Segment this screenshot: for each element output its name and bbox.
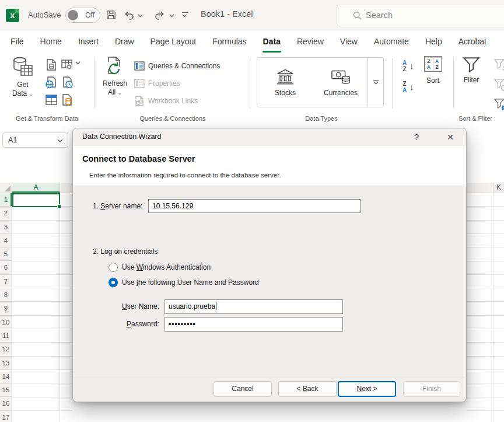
row-header-14[interactable]: 14 — [0, 370, 12, 383]
dialog-header: Connect to Database Server Enter the inf… — [73, 146, 466, 186]
search-placeholder: Search — [366, 11, 393, 20]
tab-page-layout[interactable]: Page Layout — [142, 31, 205, 54]
workbook-links-button: Workbook Links — [134, 95, 198, 107]
name-box-dropdown-icon[interactable] — [57, 139, 63, 143]
excel-logo-icon[interactable]: x — [6, 9, 19, 22]
currencies-button[interactable]: Currencies — [313, 58, 368, 107]
userpass-label[interactable]: Use the following User Name and Password — [122, 278, 259, 287]
tab-help[interactable]: Help — [417, 31, 450, 54]
row-header-12[interactable]: 12 — [0, 343, 12, 356]
data-connection-wizard-dialog: Data Connection Wizard ? ✕ Connect to Da… — [72, 128, 467, 402]
name-box[interactable]: A1 — [2, 132, 68, 148]
userpass-radio[interactable] — [108, 278, 118, 287]
tab-review[interactable]: Review — [289, 31, 332, 54]
grid-column-b-partial[interactable] — [60, 193, 72, 422]
ribbon-tab-bar: FileHomeInsertDrawPage LayoutFormulasDat… — [0, 31, 504, 54]
server-name-input[interactable]: 10.15.56.129 — [148, 199, 360, 213]
tab-file[interactable]: File — [2, 31, 32, 54]
grid-column-a[interactable] — [12, 193, 60, 422]
undo-icon[interactable] — [123, 9, 135, 21]
tab-insert[interactable]: Insert — [70, 31, 107, 54]
group-label-queries-connections: Queries & Connections — [96, 115, 249, 122]
fill-handle[interactable] — [57, 204, 61, 208]
sort-button[interactable]: ZA AZ Sort — [419, 56, 446, 85]
row-header-2[interactable]: 2 — [0, 207, 12, 220]
get-data-button[interactable]: Get Data ⌄ — [5, 56, 41, 99]
quick-access-more-icon[interactable] — [182, 12, 188, 18]
existing-connections-icon[interactable] — [61, 93, 74, 106]
back-button[interactable]: < Back — [278, 381, 337, 397]
row-header-10[interactable]: 10 — [0, 316, 12, 329]
from-picture-dropdown-icon[interactable] — [75, 61, 80, 65]
row-header-8[interactable]: 8 — [0, 288, 12, 302]
queries-connections-button[interactable]: Queries & Connections — [134, 60, 220, 72]
redo-icon[interactable] — [154, 9, 166, 21]
tab-data[interactable]: Data — [255, 31, 289, 54]
column-header-k[interactable]: K — [494, 183, 504, 193]
row-header-11[interactable]: 11 — [0, 329, 12, 343]
group-label-data-types: Data Types — [251, 115, 392, 122]
row-header-6[interactable]: 6 — [0, 261, 12, 274]
tab-automate[interactable]: Automate — [366, 31, 417, 54]
password-input[interactable]: ••••••••• — [164, 317, 343, 332]
row-header-5[interactable]: 5 — [0, 247, 12, 261]
sort-descending-button[interactable]: ZA↓ — [401, 81, 418, 97]
row-header-17[interactable]: 17 — [0, 411, 12, 422]
dialog-title-bar[interactable]: Data Connection Wizard ? ✕ — [73, 128, 466, 146]
autosave-toggle[interactable]: Off — [65, 8, 100, 23]
select-all-button[interactable] — [0, 183, 12, 193]
workbook-links-icon — [134, 96, 145, 106]
data-types-more-button[interactable] — [368, 58, 383, 107]
dialog-help-button[interactable]: ? — [410, 131, 423, 144]
username-input[interactable]: usuario.prueba — [164, 299, 343, 314]
next-button[interactable]: Next > — [338, 381, 396, 397]
filter-icon — [463, 56, 480, 74]
recent-sources-icon[interactable] — [61, 76, 74, 89]
cancel-button[interactable]: Cancel — [214, 381, 272, 397]
from-text-csv-icon[interactable] — [45, 58, 58, 71]
search-icon — [352, 11, 362, 20]
tab-acrobat[interactable]: Acrobat — [450, 31, 495, 54]
tab-home[interactable]: Home — [32, 31, 70, 54]
group-label-get-transform: Get & Transform Data — [0, 115, 94, 122]
row-header-15[interactable]: 15 — [0, 383, 12, 397]
stocks-button[interactable]: Stocks — [257, 58, 313, 107]
autosave-label: AutoSave — [28, 11, 61, 19]
row-header-9[interactable]: 9 — [0, 302, 12, 315]
from-picture-icon[interactable] — [61, 58, 74, 71]
search-box[interactable]: Search — [337, 5, 504, 26]
undo-dropdown-icon[interactable] — [138, 14, 143, 18]
filter-reapply-icon — [494, 78, 504, 92]
row-header-16[interactable]: 16 — [0, 397, 12, 410]
data-types-gallery: Stocks Currencies — [257, 57, 384, 107]
dropdown-caret-icon: ⌄ — [29, 91, 34, 97]
tab-view[interactable]: View — [332, 31, 366, 54]
row-header-3[interactable]: 3 — [0, 221, 12, 234]
row-header-4[interactable]: 4 — [0, 234, 12, 247]
grid-columns-right[interactable] — [467, 193, 504, 422]
toggle-knob-icon — [68, 10, 78, 20]
redo-dropdown-icon[interactable] — [169, 14, 174, 18]
dialog-close-button[interactable]: ✕ — [444, 131, 457, 144]
row-header-1[interactable]: 1 — [0, 193, 12, 207]
filter-button[interactable]: Filter — [457, 56, 485, 85]
from-web-icon[interactable] — [45, 76, 58, 89]
windows-auth-label[interactable]: Use Windows Authentication — [122, 263, 211, 272]
tab-formulas[interactable]: Formulas — [204, 31, 254, 54]
refresh-all-button[interactable]: Refresh All ⌄ — [98, 56, 132, 97]
windows-auth-radio[interactable] — [108, 263, 118, 272]
column-header-a[interactable]: A — [12, 183, 60, 193]
row-header-7[interactable]: 7 — [0, 275, 12, 288]
document-title: Book1 - Excel — [201, 9, 253, 19]
row-header-13[interactable]: 13 — [0, 357, 12, 370]
tab-draw[interactable]: Draw — [107, 31, 142, 54]
filter-clear-icon — [494, 58, 504, 72]
column-header-b-partial[interactable] — [60, 183, 72, 193]
selected-cell-a1[interactable] — [12, 193, 60, 207]
from-table-range-icon[interactable] — [45, 93, 58, 106]
text-cursor — [216, 302, 216, 310]
password-label: Password: — [90, 317, 159, 332]
save-icon[interactable] — [106, 9, 117, 20]
refresh-icon — [105, 56, 125, 77]
sort-ascending-button[interactable]: AZ↓ — [401, 60, 418, 76]
